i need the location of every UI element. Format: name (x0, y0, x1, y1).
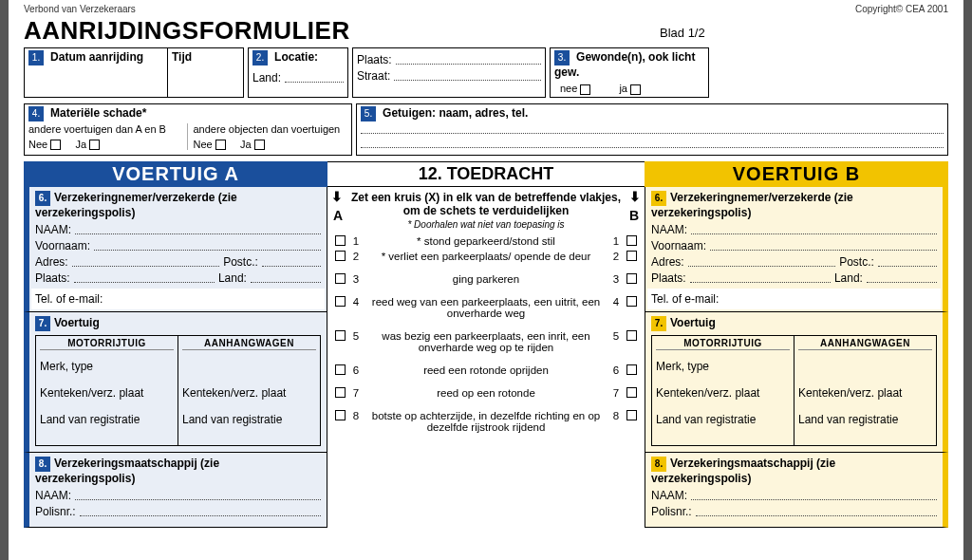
section-6a: 6.Verzekeringnemer/verzekerde (zie verze… (24, 187, 327, 312)
a-plaats[interactable] (74, 273, 215, 283)
label-damage: Materiële schade* (50, 106, 146, 120)
input-time[interactable] (172, 64, 239, 77)
org-name: Verbond van Verzekeraars (24, 4, 136, 14)
a-ins-naam[interactable] (75, 491, 321, 500)
chk-dmg2-no[interactable] (215, 140, 226, 150)
box-3-injured: 3. Gewonde(n), ook licht gew. nee ja (550, 47, 709, 98)
box-1-date-time: 1. Datum aanrijding Tijd (24, 47, 244, 98)
chk-b-3[interactable] (626, 273, 637, 284)
chk-dmg1-no[interactable] (50, 140, 61, 150)
chk-b-1[interactable] (626, 235, 637, 246)
b-voornaam[interactable] (710, 241, 937, 251)
mid-instructions: ⬇ ⬇ A B Zet een kruis (X) in elk van de … (327, 187, 645, 217)
b-adres[interactable] (688, 257, 835, 267)
circumstance-list: 1* stond geparkeerd/stond stil12* verlie… (327, 233, 645, 435)
box-3-number: 3. (554, 50, 570, 65)
chk-a-7[interactable] (335, 387, 346, 398)
circumstance-row: 5was bezig een parkeerplaats, een inrit,… (327, 328, 645, 355)
section-7b: 7.Voertuig MOTORRIJTUIG Merk, type Kente… (645, 312, 948, 453)
chk-b-4[interactable] (626, 296, 637, 307)
chk-a-8[interactable] (335, 410, 346, 420)
section-6b: 6.Verzekeringnemer/verzekerde (zie verze… (645, 187, 948, 312)
box-2-location-detail: Plaats: Straat: (352, 47, 546, 98)
a-naam[interactable] (75, 225, 321, 234)
b-polis[interactable] (696, 507, 937, 516)
a-adres[interactable] (72, 257, 219, 267)
chk-a-2[interactable] (335, 251, 346, 261)
box-2-number: 2. (252, 50, 268, 65)
b-postc[interactable] (878, 257, 937, 267)
arrow-down-icon: ⬇ (629, 189, 641, 204)
circumstance-row: 4reed weg van een parkeerplaats, een uit… (327, 294, 645, 321)
chk-injured-yes[interactable] (630, 84, 641, 95)
circumstances-column: 12. TOEDRACHT ⬇ ⬇ A B Zet een kruis (X) … (327, 161, 645, 528)
input-witness-1[interactable] (361, 124, 944, 134)
b-naam[interactable] (691, 225, 937, 234)
box-2-location-label: 2. Locatie: Land: (248, 47, 348, 98)
chk-a-1[interactable] (335, 235, 346, 246)
section-8b: 8.Verzekeringsmaatschappij (zie verzeker… (645, 453, 948, 528)
label-location: Locatie: (274, 50, 318, 64)
chk-a-4[interactable] (335, 296, 346, 307)
circumstance-row: 3ging parkeren3 (327, 271, 645, 287)
form-title: AANRIJDINGSFORMULIER (24, 16, 948, 46)
b-plaats[interactable] (690, 273, 831, 283)
box-1-number: 1. (28, 50, 44, 65)
chk-b-5[interactable] (626, 330, 637, 341)
chk-b-8[interactable] (626, 410, 637, 420)
circumstance-row: 6reed een rotonde oprijden6 (327, 363, 645, 378)
vehicle-b-column: VOERTUIG B 6.Verzekeringnemer/verzekerde… (645, 161, 948, 528)
chk-a-3[interactable] (335, 273, 346, 284)
chk-injured-no[interactable] (580, 84, 590, 95)
box-4-number: 4. (28, 106, 44, 121)
chk-dmg1-yes[interactable] (89, 140, 100, 150)
circumstance-row: 8botste op achterzijde, in dezelfde rich… (327, 408, 645, 435)
chk-b-6[interactable] (626, 364, 637, 375)
chk-b-7[interactable] (626, 387, 637, 398)
circumstance-row: 1* stond geparkeerd/stond stil1 (327, 233, 645, 249)
label-date: Datum aanrijding (50, 50, 143, 64)
label-injured: Gewonde(n), ook licht gew. (554, 50, 695, 79)
mid-title: 12. TOEDRACHT (327, 161, 645, 187)
box-5-witnesses: 5. Getuigen: naam, adres, tel. (356, 103, 948, 156)
a-land[interactable] (251, 273, 321, 283)
section-7a: 7.Voertuig MOTORRIJTUIG Merk, type Kente… (24, 312, 327, 453)
a-voornaam[interactable] (94, 241, 321, 251)
chk-b-2[interactable] (626, 251, 637, 261)
box-4-damage: 4. Materiële schade* andere voertuigen d… (24, 103, 352, 156)
input-land[interactable] (285, 73, 344, 83)
circumstance-row: 7reed op een rotonde7 (327, 385, 645, 401)
input-straat[interactable] (394, 71, 541, 81)
sheet-number: Blad 1/2 (660, 26, 705, 40)
section-8a: 8.Verzekeringsmaatschappij (zie verzeker… (24, 453, 327, 528)
arrow-down-icon: ⬇ (331, 189, 343, 204)
a-postc[interactable] (262, 257, 321, 267)
b-land[interactable] (867, 273, 937, 283)
box-5-number: 5. (361, 106, 376, 121)
vehicle-a-header: VOERTUIG A (24, 161, 327, 187)
vehicle-b-header: VOERTUIG B (645, 161, 948, 187)
label-witnesses: Getuigen: naam, adres, tel. (383, 106, 528, 120)
vehicle-a-column: VOERTUIG A 6.Verzekeringnemer/verzekerde… (24, 161, 327, 528)
top-meta: Verbond van Verzekeraars Copyright© CEA … (24, 4, 948, 14)
input-plaats[interactable] (396, 55, 541, 65)
chk-a-5[interactable] (335, 330, 346, 341)
copyright: Copyright© CEA 2001 (855, 4, 948, 14)
b-ins-naam[interactable] (691, 491, 937, 500)
chk-a-6[interactable] (335, 364, 346, 375)
chk-dmg2-yes[interactable] (254, 140, 265, 150)
a-polis[interactable] (80, 507, 321, 516)
input-witness-2[interactable] (361, 139, 944, 148)
input-date[interactable] (28, 65, 163, 79)
label-time: Tijd (172, 50, 192, 64)
accident-form-page: Verbond van Verzekeraars Copyright© CEA … (9, 0, 963, 560)
circumstance-row: 2* verliet een parkeerplaats/ opende de … (327, 249, 645, 264)
